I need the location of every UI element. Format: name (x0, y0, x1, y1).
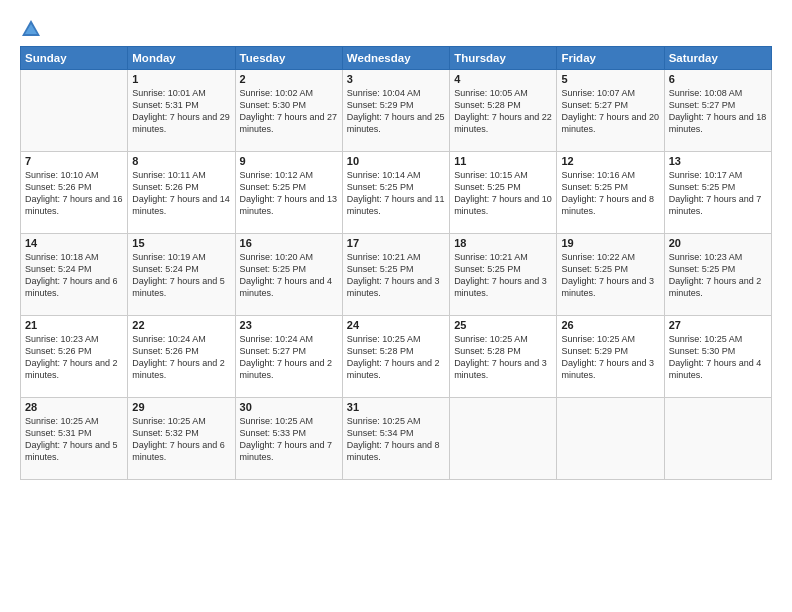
calendar-cell: 5Sunrise: 10:07 AMSunset: 5:27 PMDayligh… (557, 70, 664, 152)
calendar-cell: 3Sunrise: 10:04 AMSunset: 5:29 PMDayligh… (342, 70, 449, 152)
date-number: 30 (240, 401, 338, 413)
calendar-week-row: 21Sunrise: 10:23 AMSunset: 5:26 PMDaylig… (21, 316, 772, 398)
calendar-week-row: 7Sunrise: 10:10 AMSunset: 5:26 PMDayligh… (21, 152, 772, 234)
calendar-table: SundayMondayTuesdayWednesdayThursdayFrid… (20, 46, 772, 480)
cell-info: Sunrise: 10:25 AMSunset: 5:31 PMDaylight… (25, 415, 123, 464)
calendar-cell: 4Sunrise: 10:05 AMSunset: 5:28 PMDayligh… (450, 70, 557, 152)
day-header: Friday (557, 47, 664, 70)
cell-info: Sunrise: 10:10 AMSunset: 5:26 PMDaylight… (25, 169, 123, 218)
cell-info: Sunrise: 10:23 AMSunset: 5:25 PMDaylight… (669, 251, 767, 300)
calendar-cell: 24Sunrise: 10:25 AMSunset: 5:28 PMDaylig… (342, 316, 449, 398)
cell-info: Sunrise: 10:15 AMSunset: 5:25 PMDaylight… (454, 169, 552, 218)
cell-info: Sunrise: 10:05 AMSunset: 5:28 PMDaylight… (454, 87, 552, 136)
date-number: 12 (561, 155, 659, 167)
header (20, 18, 772, 40)
cell-info: Sunrise: 10:02 AMSunset: 5:30 PMDaylight… (240, 87, 338, 136)
cell-info: Sunrise: 10:21 AMSunset: 5:25 PMDaylight… (454, 251, 552, 300)
calendar-cell: 27Sunrise: 10:25 AMSunset: 5:30 PMDaylig… (664, 316, 771, 398)
cell-info: Sunrise: 10:17 AMSunset: 5:25 PMDaylight… (669, 169, 767, 218)
cell-info: Sunrise: 10:24 AMSunset: 5:26 PMDaylight… (132, 333, 230, 382)
calendar-cell: 15Sunrise: 10:19 AMSunset: 5:24 PMDaylig… (128, 234, 235, 316)
date-number: 29 (132, 401, 230, 413)
calendar-cell: 14Sunrise: 10:18 AMSunset: 5:24 PMDaylig… (21, 234, 128, 316)
calendar-cell: 20Sunrise: 10:23 AMSunset: 5:25 PMDaylig… (664, 234, 771, 316)
date-number: 7 (25, 155, 123, 167)
calendar-cell: 29Sunrise: 10:25 AMSunset: 5:32 PMDaylig… (128, 398, 235, 480)
cell-info: Sunrise: 10:25 AMSunset: 5:34 PMDaylight… (347, 415, 445, 464)
cell-info: Sunrise: 10:21 AMSunset: 5:25 PMDaylight… (347, 251, 445, 300)
date-number: 3 (347, 73, 445, 85)
calendar-cell: 10Sunrise: 10:14 AMSunset: 5:25 PMDaylig… (342, 152, 449, 234)
cell-info: Sunrise: 10:08 AMSunset: 5:27 PMDaylight… (669, 87, 767, 136)
date-number: 6 (669, 73, 767, 85)
date-number: 27 (669, 319, 767, 331)
calendar-cell: 8Sunrise: 10:11 AMSunset: 5:26 PMDayligh… (128, 152, 235, 234)
date-number: 22 (132, 319, 230, 331)
cell-info: Sunrise: 10:01 AMSunset: 5:31 PMDaylight… (132, 87, 230, 136)
date-number: 24 (347, 319, 445, 331)
cell-info: Sunrise: 10:25 AMSunset: 5:28 PMDaylight… (454, 333, 552, 382)
calendar-week-row: 14Sunrise: 10:18 AMSunset: 5:24 PMDaylig… (21, 234, 772, 316)
cell-info: Sunrise: 10:16 AMSunset: 5:25 PMDaylight… (561, 169, 659, 218)
day-header: Monday (128, 47, 235, 70)
calendar-cell: 28Sunrise: 10:25 AMSunset: 5:31 PMDaylig… (21, 398, 128, 480)
day-header: Saturday (664, 47, 771, 70)
calendar-cell: 7Sunrise: 10:10 AMSunset: 5:26 PMDayligh… (21, 152, 128, 234)
calendar-cell: 30Sunrise: 10:25 AMSunset: 5:33 PMDaylig… (235, 398, 342, 480)
cell-info: Sunrise: 10:20 AMSunset: 5:25 PMDaylight… (240, 251, 338, 300)
cell-info: Sunrise: 10:22 AMSunset: 5:25 PMDaylight… (561, 251, 659, 300)
calendar-cell: 26Sunrise: 10:25 AMSunset: 5:29 PMDaylig… (557, 316, 664, 398)
day-header: Wednesday (342, 47, 449, 70)
date-number: 20 (669, 237, 767, 249)
date-number: 16 (240, 237, 338, 249)
cell-info: Sunrise: 10:12 AMSunset: 5:25 PMDaylight… (240, 169, 338, 218)
calendar-cell: 19Sunrise: 10:22 AMSunset: 5:25 PMDaylig… (557, 234, 664, 316)
cell-info: Sunrise: 10:19 AMSunset: 5:24 PMDaylight… (132, 251, 230, 300)
day-header: Thursday (450, 47, 557, 70)
calendar-cell: 12Sunrise: 10:16 AMSunset: 5:25 PMDaylig… (557, 152, 664, 234)
calendar-cell: 31Sunrise: 10:25 AMSunset: 5:34 PMDaylig… (342, 398, 449, 480)
date-number: 19 (561, 237, 659, 249)
cell-info: Sunrise: 10:18 AMSunset: 5:24 PMDaylight… (25, 251, 123, 300)
calendar-cell: 1Sunrise: 10:01 AMSunset: 5:31 PMDayligh… (128, 70, 235, 152)
date-number: 9 (240, 155, 338, 167)
calendar-cell (557, 398, 664, 480)
cell-info: Sunrise: 10:07 AMSunset: 5:27 PMDaylight… (561, 87, 659, 136)
calendar-cell: 17Sunrise: 10:21 AMSunset: 5:25 PMDaylig… (342, 234, 449, 316)
header-row: SundayMondayTuesdayWednesdayThursdayFrid… (21, 47, 772, 70)
date-number: 15 (132, 237, 230, 249)
date-number: 11 (454, 155, 552, 167)
calendar-cell: 22Sunrise: 10:24 AMSunset: 5:26 PMDaylig… (128, 316, 235, 398)
date-number: 18 (454, 237, 552, 249)
cell-info: Sunrise: 10:04 AMSunset: 5:29 PMDaylight… (347, 87, 445, 136)
cell-info: Sunrise: 10:25 AMSunset: 5:33 PMDaylight… (240, 415, 338, 464)
cell-info: Sunrise: 10:11 AMSunset: 5:26 PMDaylight… (132, 169, 230, 218)
cell-info: Sunrise: 10:24 AMSunset: 5:27 PMDaylight… (240, 333, 338, 382)
calendar-cell: 23Sunrise: 10:24 AMSunset: 5:27 PMDaylig… (235, 316, 342, 398)
calendar-cell: 11Sunrise: 10:15 AMSunset: 5:25 PMDaylig… (450, 152, 557, 234)
date-number: 2 (240, 73, 338, 85)
logo-icon (20, 18, 42, 40)
calendar-cell: 2Sunrise: 10:02 AMSunset: 5:30 PMDayligh… (235, 70, 342, 152)
logo (20, 18, 46, 40)
calendar-cell: 6Sunrise: 10:08 AMSunset: 5:27 PMDayligh… (664, 70, 771, 152)
date-number: 10 (347, 155, 445, 167)
cell-info: Sunrise: 10:25 AMSunset: 5:28 PMDaylight… (347, 333, 445, 382)
calendar-cell: 25Sunrise: 10:25 AMSunset: 5:28 PMDaylig… (450, 316, 557, 398)
cell-info: Sunrise: 10:25 AMSunset: 5:29 PMDaylight… (561, 333, 659, 382)
cell-info: Sunrise: 10:25 AMSunset: 5:32 PMDaylight… (132, 415, 230, 464)
date-number: 31 (347, 401, 445, 413)
calendar-cell: 13Sunrise: 10:17 AMSunset: 5:25 PMDaylig… (664, 152, 771, 234)
cell-info: Sunrise: 10:14 AMSunset: 5:25 PMDaylight… (347, 169, 445, 218)
date-number: 13 (669, 155, 767, 167)
calendar-week-row: 1Sunrise: 10:01 AMSunset: 5:31 PMDayligh… (21, 70, 772, 152)
calendar-cell (450, 398, 557, 480)
calendar-cell (21, 70, 128, 152)
date-number: 23 (240, 319, 338, 331)
date-number: 5 (561, 73, 659, 85)
date-number: 14 (25, 237, 123, 249)
date-number: 21 (25, 319, 123, 331)
date-number: 1 (132, 73, 230, 85)
calendar-cell: 18Sunrise: 10:21 AMSunset: 5:25 PMDaylig… (450, 234, 557, 316)
page: SundayMondayTuesdayWednesdayThursdayFrid… (0, 0, 792, 612)
